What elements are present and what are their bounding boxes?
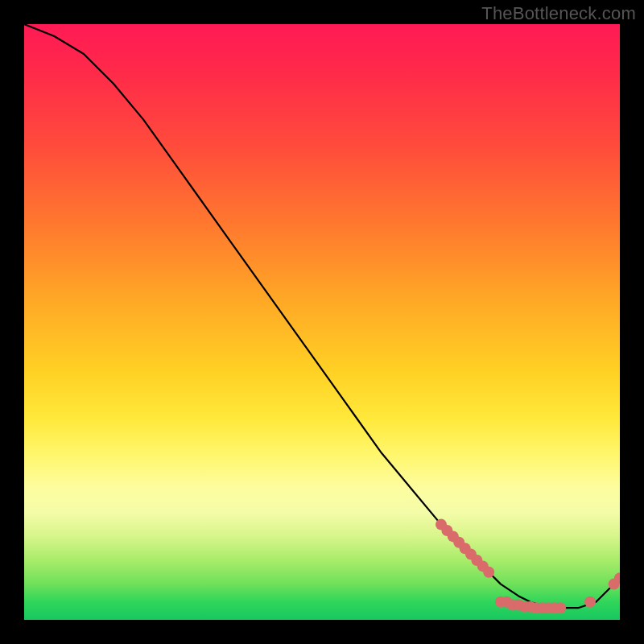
curve-markers	[436, 519, 620, 614]
bottleneck-curve	[24, 24, 620, 608]
marker-dot	[483, 567, 494, 578]
chart-svg	[24, 24, 620, 620]
chart-frame: TheBottleneck.com	[0, 0, 644, 644]
watermark-text: TheBottleneck.com	[481, 3, 636, 24]
marker-dot	[584, 597, 596, 608]
marker-dot	[555, 602, 566, 613]
